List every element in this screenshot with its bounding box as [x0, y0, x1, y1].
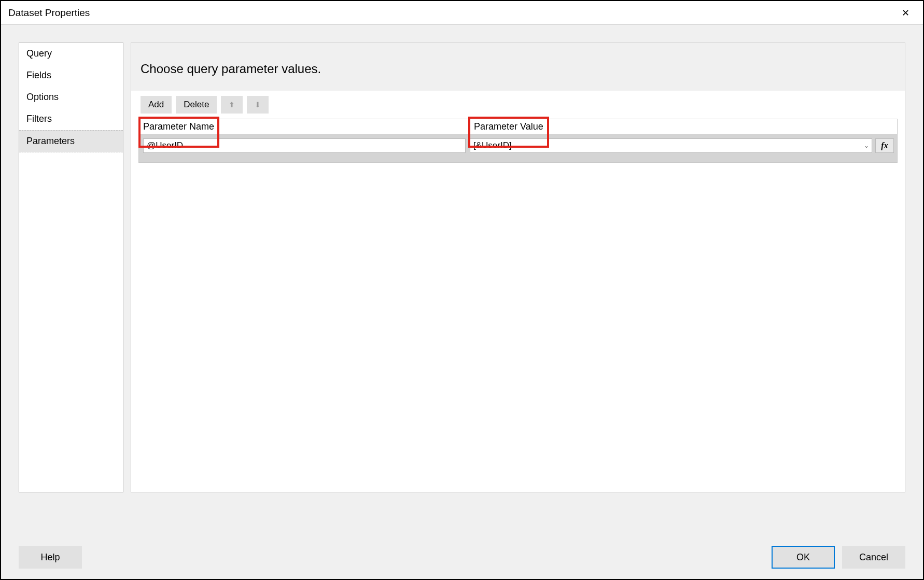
panel-heading: Choose query parameter values.: [131, 43, 905, 91]
delete-button-label: Delete: [184, 100, 209, 110]
move-down-icon: ⬇: [255, 101, 261, 109]
delete-button[interactable]: Delete: [176, 96, 217, 114]
parameter-value-input[interactable]: [470, 138, 872, 153]
sidebar-item-filters[interactable]: Filters: [19, 108, 123, 130]
fx-icon: fx: [881, 141, 888, 150]
parameter-value-combo[interactable]: ⌄: [470, 138, 872, 153]
table-row[interactable]: ⌄ fx: [139, 134, 897, 157]
sidebar-item-label: Query: [26, 48, 52, 59]
parameters-toolbar: Add Delete ⬆ ⬇: [131, 91, 905, 116]
ok-button[interactable]: OK: [772, 546, 835, 569]
cancel-button-label: Cancel: [859, 552, 888, 563]
ok-button-label: OK: [796, 552, 810, 563]
dialog-body: Query Fields Options Filters Parameters …: [1, 25, 923, 535]
parameters-table: Parameter Name Parameter Value ⌄: [138, 119, 898, 163]
sidebar-nav: Query Fields Options Filters Parameters: [19, 43, 123, 492]
sidebar-item-label: Filters: [26, 114, 52, 124]
main-panel: Choose query parameter values. Add Delet…: [131, 43, 905, 492]
expression-button[interactable]: fx: [875, 138, 894, 153]
move-up-icon: ⬆: [229, 101, 235, 109]
sidebar-item-parameters[interactable]: Parameters: [19, 130, 123, 152]
sidebar-item-options[interactable]: Options: [19, 87, 123, 108]
sidebar-item-label: Fields: [26, 70, 51, 80]
window-title: Dataset Properties: [8, 7, 90, 19]
move-up-button[interactable]: ⬆: [221, 96, 243, 114]
dataset-properties-dialog: Dataset Properties ✕ Query Fields Option…: [0, 0, 924, 580]
add-button[interactable]: Add: [141, 96, 172, 114]
sidebar-item-fields[interactable]: Fields: [19, 65, 123, 87]
sidebar-item-query[interactable]: Query: [19, 43, 123, 65]
move-down-button[interactable]: ⬇: [247, 96, 269, 114]
titlebar: Dataset Properties ✕: [1, 1, 923, 25]
parameters-grid-area: Add Delete ⬆ ⬇ Parameter Name Par: [131, 91, 905, 492]
table-footer-pad: [139, 157, 897, 162]
sidebar-item-label: Parameters: [26, 136, 75, 146]
help-button-label: Help: [40, 552, 60, 563]
cancel-button[interactable]: Cancel: [842, 546, 905, 569]
help-button[interactable]: Help: [19, 546, 82, 569]
table-header-row: Parameter Name Parameter Value: [139, 119, 897, 134]
parameter-name-input[interactable]: [143, 138, 466, 153]
close-button[interactable]: ✕: [895, 3, 916, 23]
sidebar-item-label: Options: [26, 92, 59, 102]
add-button-label: Add: [148, 100, 164, 110]
column-header-value: Parameter Value: [470, 119, 897, 134]
column-header-name: Parameter Name: [139, 119, 470, 134]
close-icon: ✕: [902, 7, 909, 19]
dialog-button-bar: Help OK Cancel: [1, 535, 923, 579]
